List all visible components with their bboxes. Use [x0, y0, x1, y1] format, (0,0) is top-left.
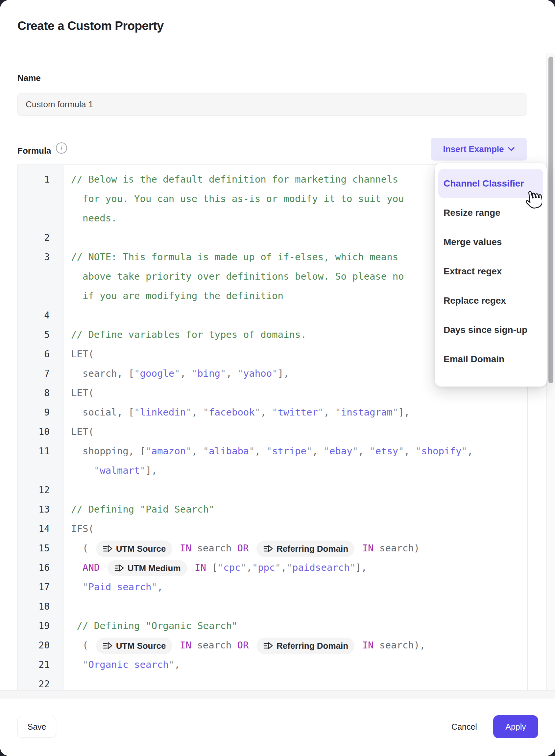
- line-number: 19: [18, 616, 63, 636]
- line-number: 13: [18, 500, 63, 519]
- horizontal-scrollbar-track: [0, 690, 555, 699]
- menu-item-merge-values[interactable]: Merge values: [438, 227, 543, 256]
- line-number: 16: [18, 558, 63, 578]
- line-number: 4: [18, 306, 63, 325]
- name-label: Name: [17, 73, 41, 83]
- field-chip-label: Referring Domain: [276, 641, 348, 651]
- field-chip-label: UTM Source: [116, 641, 166, 651]
- insert-field-icon: [102, 641, 113, 651]
- field-chip[interactable]: UTM Medium: [108, 560, 187, 576]
- insert-field-icon: [263, 641, 273, 651]
- line-number: 3: [18, 247, 63, 267]
- code-line[interactable]: 19 // Defining "Organic Search": [18, 616, 527, 636]
- field-chip[interactable]: UTM Source: [96, 541, 172, 557]
- formula-label: Formula: [17, 146, 51, 156]
- menu-item-days-since-sign-up[interactable]: Days since sign-up: [438, 315, 543, 345]
- line-number: [18, 286, 63, 306]
- line-number: 15: [18, 539, 63, 558]
- menu-item-email-domain[interactable]: Email Domain: [438, 345, 543, 374]
- code-line[interactable]: "walmart"],: [18, 461, 527, 480]
- create-custom-property-modal: Create a Custom Property Name Formula i …: [0, 0, 555, 756]
- line-number: 10: [18, 422, 63, 441]
- line-number: 8: [18, 383, 63, 403]
- line-number: 21: [18, 655, 63, 674]
- code-line[interactable]: 13// Defining "Paid Search": [18, 500, 527, 519]
- line-number: 7: [18, 364, 63, 383]
- code-line[interactable]: 15 ( UTM Source IN search OR Referring D…: [18, 539, 527, 558]
- line-number: [18, 461, 63, 480]
- code-line[interactable]: 11 shopping, ["amazon", "alibaba", "stri…: [18, 441, 527, 461]
- vertical-scrollbar-thumb[interactable]: [548, 56, 553, 383]
- insert-field-icon: [102, 544, 113, 554]
- insert-field-icon: [263, 544, 273, 554]
- line-number: 6: [18, 345, 63, 364]
- page-title: Create a Custom Property: [17, 19, 163, 33]
- line-number: 11: [18, 441, 63, 461]
- line-number: 9: [18, 403, 63, 422]
- cancel-button[interactable]: Cancel: [444, 716, 484, 738]
- vertical-scrollbar-track: [547, 53, 555, 698]
- insert-example-button[interactable]: Insert Example: [431, 138, 527, 161]
- line-number: 1: [18, 170, 63, 189]
- line-number: 14: [18, 519, 63, 539]
- code-line[interactable]: 14IFS(: [18, 519, 527, 539]
- code-line[interactable]: 16 AND UTM Medium IN ["cpc","ppc","paids…: [18, 558, 527, 578]
- code-line[interactable]: 20 ( UTM Source IN search OR Referring D…: [18, 636, 527, 655]
- line-number: 22: [18, 674, 63, 690]
- formula-label-row: Formula i: [17, 146, 67, 157]
- info-icon[interactable]: i: [56, 143, 67, 154]
- line-number: [18, 208, 63, 228]
- line-number: 2: [18, 228, 63, 247]
- code-line[interactable]: 22: [18, 674, 527, 690]
- menu-item-replace-regex[interactable]: Replace regex: [438, 286, 543, 315]
- code-line[interactable]: 17 "Paid search",: [18, 578, 527, 597]
- name-input[interactable]: [17, 93, 527, 116]
- field-chip-label: UTM Medium: [128, 563, 181, 573]
- code-line[interactable]: 9 social, ["linkedin", "facebook", "twit…: [18, 403, 527, 422]
- line-number: 17: [18, 578, 63, 597]
- field-chip[interactable]: UTM Source: [96, 638, 172, 654]
- code-line[interactable]: 12: [18, 480, 527, 500]
- line-number: 18: [18, 597, 63, 616]
- insert-example-label: Insert Example: [443, 144, 504, 154]
- line-number: [18, 189, 63, 208]
- field-chip[interactable]: Referring Domain: [256, 541, 354, 557]
- save-button[interactable]: Save: [17, 716, 56, 738]
- field-chip-label: Referring Domain: [276, 544, 348, 554]
- field-chip[interactable]: Referring Domain: [256, 638, 354, 654]
- code-line[interactable]: 21 "Organic search",: [18, 655, 527, 674]
- insert-field-icon: [114, 563, 124, 573]
- line-number: 5: [18, 325, 63, 345]
- field-chip-label: UTM Source: [116, 544, 166, 554]
- code-line[interactable]: 10LET(: [18, 422, 527, 441]
- chevron-down-icon: [508, 147, 515, 151]
- line-number: 20: [18, 636, 63, 655]
- pointer-hand-cursor: [524, 190, 542, 209]
- code-line[interactable]: 18: [18, 597, 527, 616]
- line-number: 12: [18, 480, 63, 500]
- menu-item-extract-regex[interactable]: Extract regex: [438, 256, 543, 286]
- line-number: [18, 267, 63, 286]
- apply-button[interactable]: Apply: [493, 715, 538, 738]
